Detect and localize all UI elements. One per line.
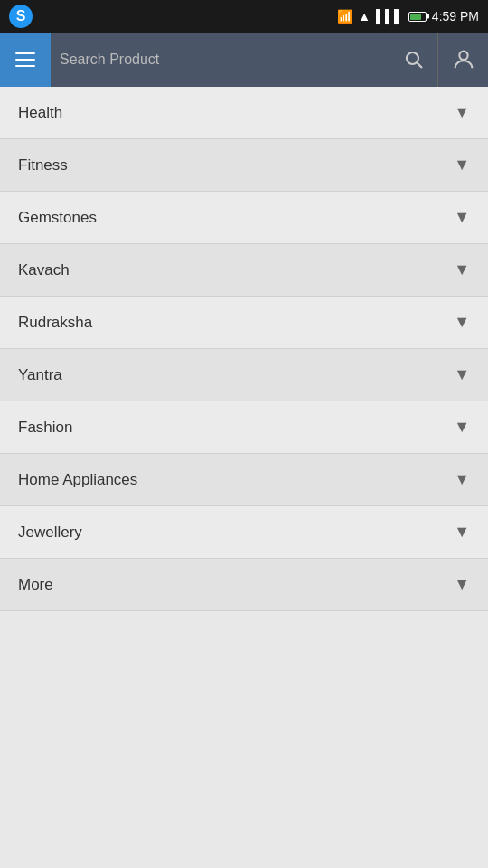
category-item[interactable]: More▼ [0, 559, 488, 611]
search-icon [403, 49, 425, 71]
category-label: Home Appliances [18, 471, 137, 489]
profile-button[interactable] [437, 33, 488, 87]
category-label: Yantra [18, 366, 62, 384]
category-label: Rudraksha [18, 314, 92, 332]
chevron-down-icon: ▼ [454, 418, 470, 437]
category-item[interactable]: Fashion▼ [0, 401, 488, 454]
hamburger-icon [15, 52, 35, 67]
category-label: Jewellery [18, 524, 82, 542]
category-label: Fitness [18, 156, 68, 175]
menu-button[interactable] [0, 33, 51, 87]
category-label: Health [18, 104, 62, 122]
category-item[interactable]: Jewellery▼ [0, 506, 488, 559]
svg-point-0 [407, 52, 418, 64]
category-item[interactable]: Gemstones▼ [0, 192, 488, 244]
chevron-down-icon: ▼ [454, 260, 470, 279]
app-header [0, 33, 488, 87]
chevron-down-icon: ▼ [454, 208, 470, 227]
chevron-down-icon: ▼ [454, 575, 470, 594]
category-label: Fashion [18, 419, 72, 437]
category-item[interactable]: Home Appliances▼ [0, 454, 488, 506]
profile-icon [451, 47, 476, 72]
category-item[interactable]: Fitness▼ [0, 139, 488, 192]
category-label: More [18, 576, 53, 594]
search-button[interactable] [399, 45, 428, 74]
category-item[interactable]: Health▼ [0, 87, 488, 139]
chevron-down-icon: ▼ [454, 103, 470, 122]
chevron-down-icon: ▼ [454, 523, 470, 542]
svg-point-2 [459, 52, 467, 60]
status-bar: S 📶 ▲ ▌▌▌ 4:59 PM [0, 0, 488, 33]
svg-line-1 [418, 63, 423, 69]
category-item[interactable]: Rudraksha▼ [0, 297, 488, 349]
chevron-down-icon: ▼ [454, 365, 470, 384]
status-bar-left: S [9, 5, 33, 28]
battery-icon [408, 12, 427, 22]
category-label: Kavach [18, 261, 70, 279]
phone-icon: 📶 [337, 9, 352, 24]
category-list: Health▼Fitness▼Gemstones▼Kavach▼Rudraksh… [0, 87, 488, 611]
category-item[interactable]: Kavach▼ [0, 244, 488, 297]
status-bar-right: 📶 ▲ ▌▌▌ 4:59 PM [337, 9, 479, 24]
category-label: Gemstones [18, 209, 97, 227]
wifi-icon: ▲ [358, 9, 371, 24]
chevron-down-icon: ▼ [454, 156, 470, 175]
search-input[interactable] [60, 42, 399, 77]
status-time: 4:59 PM [432, 9, 479, 24]
chevron-down-icon: ▼ [454, 313, 470, 332]
app-icon: S [9, 5, 33, 28]
chevron-down-icon: ▼ [454, 470, 470, 489]
search-container [51, 33, 437, 87]
category-item[interactable]: Yantra▼ [0, 349, 488, 401]
signal-icon: ▌▌▌ [376, 9, 403, 24]
